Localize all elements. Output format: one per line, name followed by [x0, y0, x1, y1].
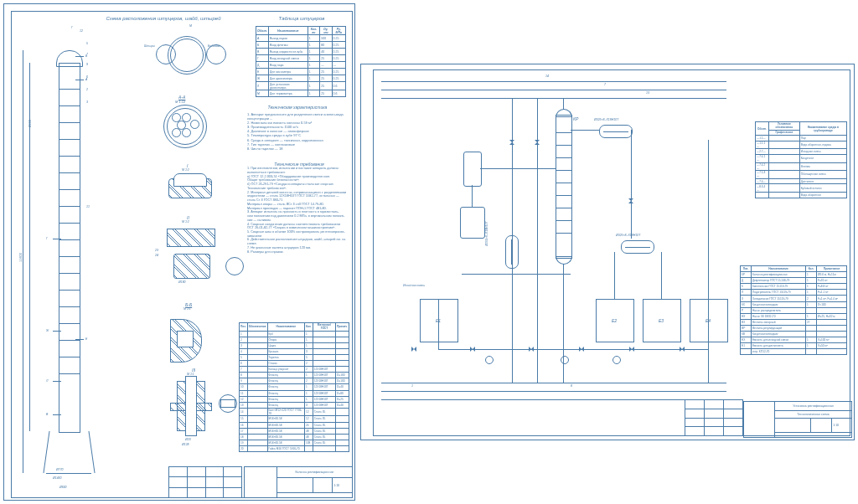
valve-icon	[509, 140, 514, 145]
tank-e4: Е4	[690, 299, 728, 342]
title-block-right: Установка ректификационная Технологическ…	[743, 401, 852, 438]
tank-e3: Е3	[643, 299, 681, 342]
top-view: Штыри Бобышки М	[159, 29, 226, 92]
equipment-list: Поз.НаименованиеКол.Примечание КРКолонна…	[740, 265, 847, 355]
valve-icon	[680, 347, 685, 352]
column-skirt	[46, 431, 91, 474]
line-13	[381, 98, 726, 99]
nozzle-table: Обозн. Наименование Кол-во Dу, мм Pу, МП…	[256, 26, 346, 97]
revision-block-right	[685, 399, 743, 436]
section-a-a: А-А М 1:12	[163, 105, 209, 150]
detail-i: I М 1:2	[162, 168, 220, 208]
pump-icon	[485, 356, 494, 364]
line-bottom	[381, 399, 726, 400]
line-1	[381, 383, 726, 383]
valve-icon	[470, 347, 475, 352]
stream-legend: Обозн.Условные обозначенияНаименование с…	[755, 121, 847, 198]
detail-ii: II М 1:2 23 24 Ø180	[162, 220, 220, 287]
nozzle-table-title: Таблица штуцеров	[264, 16, 339, 21]
tank-e2: Е2	[596, 299, 634, 342]
column-elevation: Б А Г Ж Е Л В 11600 2000 Ø1430 Ø600 Ø770…	[29, 38, 105, 481]
pump-icon	[612, 356, 621, 364]
pfd-column-kp	[556, 115, 572, 259]
layout-header: Схема расположения штуцеров, шайб, штыре…	[96, 16, 230, 21]
tank-e1: Е1	[420, 299, 458, 342]
cooler-1	[621, 240, 654, 254]
revision-block	[168, 466, 242, 498]
valve-icon	[529, 347, 534, 352]
technical-characteristics: Техническая характеристика 1. Аппарат пр…	[247, 105, 348, 151]
pump-icon	[561, 356, 569, 364]
pfd-sheet: КР Ø325×8–Х18Н10Т Ø159×6–Х18Н10Т Ø325×8–…	[360, 64, 855, 440]
line-7	[381, 90, 726, 90]
bill-of-materials: Поз. Обозначение Наименование Кол. Матер…	[239, 322, 349, 452]
technical-requirements: Технические требования 1. При изготовлен…	[247, 162, 351, 254]
condenser	[599, 125, 633, 138]
valve-icon	[411, 347, 416, 352]
valve-icon	[629, 347, 634, 352]
valve-icon	[579, 347, 584, 352]
feed-preheater	[460, 207, 485, 239]
section-b-b: Б-Б М 1:1	[170, 312, 220, 363]
reflux-drum	[463, 152, 482, 187]
assembly-drawing-sheet: Схема расположения штуцеров, шайб, штыре…	[3, 3, 355, 501]
valve-icon	[628, 198, 633, 203]
line-8	[381, 391, 726, 392]
detail-iii: III М 1:1 Ø20 Ø128	[162, 373, 237, 448]
line-14	[381, 81, 726, 82]
valve-icon	[535, 140, 540, 145]
title-block-left: Колонна ректификационная 1:10	[244, 466, 353, 498]
column-shell	[59, 63, 80, 433]
